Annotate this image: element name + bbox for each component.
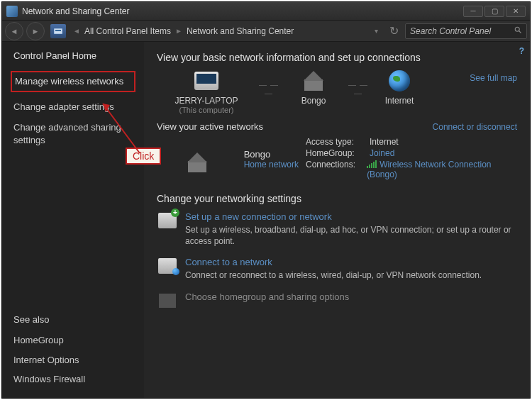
connect-network-icon [158,258,177,274]
titlebar: Network and Sharing Center ─ ▢ ✕ [2,2,530,21]
sidebar-item-homegroup[interactable]: HomeGroup [13,330,133,350]
connect-disconnect-link[interactable]: Connect or disconnect [433,122,517,132]
globe-icon [389,70,410,91]
breadcrumb[interactable]: ◄ All Control Panel Items ► Network and … [69,26,382,36]
back-button[interactable]: ◄ [5,22,23,40]
svg-point-2 [515,27,519,31]
breadcrumb-item[interactable]: Network and Sharing Center [187,26,294,36]
connection-line: — — — [345,69,371,97]
search-icon [514,26,522,36]
house-icon [301,71,326,91]
network-map: JERRY-LAPTOP (This computer) — — — Bongo… [157,69,517,114]
computer-icon [194,72,218,90]
window-title: Network and Sharing Center [22,6,463,16]
navbar: ◄ ► ◄ All Control Panel Items ► Network … [2,21,530,42]
setting-desc: Set up a wireless, broadband, dial-up, a… [185,224,517,247]
app-icon [6,6,18,17]
sidebar-item-internet-options[interactable]: Internet Options [13,350,133,370]
node-label: Internet [371,96,428,106]
annotation-click-callout: Click [126,148,161,165]
svg-rect-1 [55,30,61,31]
homegroup-link[interactable]: Joined [370,148,394,158]
setting-title[interactable]: Choose homegroup and sharing options [185,291,517,302]
breadcrumb-item[interactable]: All Control Panel Items [84,26,171,36]
networking-settings-heading: Change your networking settings [157,193,517,204]
sidebar-item-firewall[interactable]: Windows Firewall [13,370,133,389]
page-title: View your basic network information and … [157,52,517,63]
connections-label: Connections: [306,160,367,179]
setting-connect-network[interactable]: Connect to a network Connect or reconnec… [157,257,517,281]
setting-desc: Connect or reconnect to a wireless, wire… [185,270,517,281]
search-placeholder: Search Control Panel [410,26,511,36]
node-label: Bongo [282,96,345,106]
breadcrumb-sep: ◄ [73,27,80,35]
setup-connection-icon [158,213,177,228]
sidebar-item-adapter-settings[interactable]: Change adapter settings [13,96,133,118]
window: Network and Sharing Center ─ ▢ ✕ ◄ ► ◄ A… [1,1,531,399]
see-full-map-link[interactable]: See full map [470,69,517,83]
setting-homegroup-options[interactable]: Choose homegroup and sharing options [157,291,517,310]
active-network-name: Bongo [244,149,299,160]
network-node-internet: Internet [371,69,428,106]
sidebar-item-advanced-sharing[interactable]: Change advanced sharing settings [13,117,133,150]
active-network-details: Access type: Internet HomeGroup: Joined … [306,136,517,180]
active-networks-section: View your active networks Connect or dis… [157,121,517,180]
setting-setup-connection[interactable]: Set up a new connection or network Set u… [157,211,517,247]
breadcrumb-dropdown-icon[interactable]: ▾ [375,27,378,35]
networking-settings-section: Change your networking settings Set up a… [157,193,517,310]
address-icon[interactable] [50,24,66,38]
active-network-identity: Bongo Home network [157,136,299,180]
breadcrumb-sep: ► [175,27,182,35]
refresh-button[interactable]: ↻ [385,24,402,38]
sidebar-home[interactable]: Control Panel Home [13,50,133,61]
access-type-value: Internet [370,137,399,147]
sidebar-item-manage-wireless[interactable]: Manage wireless networks [11,71,135,92]
house-icon [185,152,209,172]
node-label: JERRY-LAPTOP [157,96,256,106]
content: Control Panel Home Manage wireless netwo… [2,42,530,398]
help-icon[interactable]: ? [519,46,524,56]
setting-title[interactable]: Set up a new connection or network [185,211,517,222]
close-button[interactable]: ✕ [506,6,526,17]
annotation-label: Click [126,148,161,165]
main-panel: ? View your basic network information an… [144,42,530,398]
minimize-button[interactable]: ─ [463,6,483,17]
setting-title[interactable]: Connect to a network [185,257,517,267]
sidebar: Control Panel Home Manage wireless netwo… [2,42,144,398]
connection-link[interactable]: Wireless Network Connection (Bongo) [367,160,517,179]
network-node-router: Bongo [282,69,345,106]
node-sublabel: (This computer) [157,106,256,114]
homegroup-label: HomeGroup: [306,148,370,158]
sidebar-seealso-heading: See also [13,314,133,325]
connection-line: — — — [256,69,282,97]
maximize-button[interactable]: ▢ [484,6,504,17]
svg-line-3 [519,31,521,33]
search-input[interactable]: Search Control Panel [405,23,527,39]
network-node-computer: JERRY-LAPTOP (This computer) [157,69,256,114]
forward-button[interactable]: ► [26,22,45,40]
homegroup-icon [159,294,176,308]
active-network-type-link[interactable]: Home network [244,160,299,170]
access-type-label: Access type: [306,137,370,147]
signal-bars-icon [367,160,377,168]
active-networks-heading: View your active networks [157,121,263,132]
